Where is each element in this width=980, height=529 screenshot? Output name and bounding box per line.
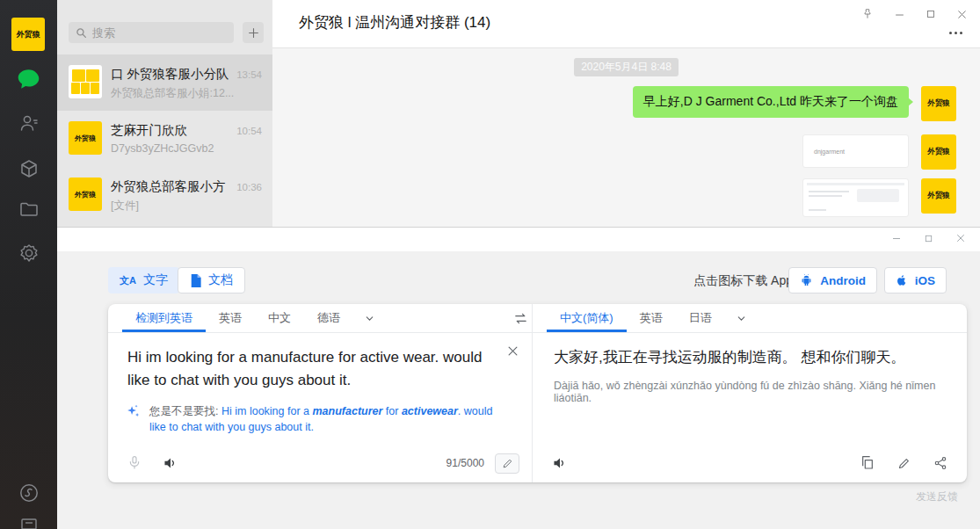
share-icon[interactable] [933, 456, 947, 470]
link-circle-icon [18, 482, 40, 504]
cube-icon [18, 158, 40, 179]
maximize-icon[interactable] [926, 9, 936, 19]
mode-text-label: 文字 [143, 272, 168, 288]
nav-chat-item[interactable] [0, 69, 57, 91]
nav-apps-item[interactable] [0, 243, 57, 264]
nav-products-item[interactable] [0, 158, 57, 179]
date-stamp: 2020年5月4日 8:48 [574, 58, 679, 76]
search-input[interactable] [92, 26, 227, 40]
android-label: Android [820, 274, 866, 287]
tab-chinese[interactable]: 中文 [255, 304, 304, 332]
chat-list-item-xiaofang[interactable]: 外贸狼 外贸狼总部客服小方 10:36 [文件] [57, 167, 272, 223]
swap-languages-icon[interactable] [513, 304, 528, 332]
message-row: 早上好,D J Garment Co.,Ltd 昨天来了一个询盘 外贸狼 [272, 86, 980, 121]
message-row: 外贸狼 [272, 178, 980, 217]
mode-doc-label: 文档 [208, 272, 233, 288]
plus-icon [248, 27, 259, 39]
suggestion-correction[interactable]: manufacturer [312, 405, 382, 417]
edit-translation-icon[interactable] [897, 457, 911, 470]
message-image-thumbnail[interactable] [802, 178, 909, 217]
chat-item-time: 10:54 [236, 126, 262, 136]
sender-avatar[interactable]: 外贸狼 [921, 134, 956, 170]
maximize-icon[interactable] [924, 234, 933, 243]
tab-detected-language[interactable]: 检测到英语 [122, 304, 206, 332]
sender-avatar[interactable]: 外贸狼 [921, 86, 956, 121]
ios-label: iOS [915, 274, 935, 287]
brand-avatar: 外贸狼 [69, 178, 102, 211]
suggestion-text: 您是不是要找: Hi im looking for a manufacturer… [149, 403, 511, 435]
search-box[interactable] [69, 22, 234, 43]
edit-button[interactable] [495, 453, 519, 474]
sender-avatar[interactable]: 外贸狼 [921, 178, 956, 214]
tab-chinese-simplified[interactable]: 中文(简体) [547, 304, 627, 332]
folder-icon [18, 199, 40, 219]
monitor-icon [21, 518, 37, 529]
chat-message-area: 2020年5月4日 8:48 早上好,D J Garment Co.,Ltd 昨… [272, 49, 980, 227]
source-text-input[interactable]: Hi im looking for a manufacture for acti… [127, 346, 495, 391]
suggestion-correction[interactable]: activewear [402, 405, 458, 417]
sparkle-icon [126, 403, 141, 435]
nav-link-item[interactable] [0, 482, 57, 504]
chat-more-button[interactable] [949, 32, 962, 34]
chevron-down-icon[interactable] [725, 304, 758, 332]
thumbnail-decoration [857, 189, 899, 202]
suggestion-part: Hi im looking for a [221, 405, 313, 417]
close-icon[interactable] [955, 233, 966, 243]
nav-contacts-item[interactable] [0, 112, 57, 134]
chat-item-time: 13:54 [236, 69, 262, 80]
tab-english[interactable]: 英语 [206, 304, 255, 332]
mode-document-button[interactable]: 文档 [178, 267, 245, 293]
thumbnail-decoration [809, 209, 826, 211]
clear-text-icon[interactable] [506, 344, 519, 358]
translator-window: 文A 文字 文档 点击图标下载 App Android iOS 检测到英语 英语… [57, 227, 980, 529]
tab-japanese[interactable]: 日语 [676, 304, 725, 332]
chat-title: 外贸狼 l 温州沟通对接群 (14) [299, 0, 490, 46]
window-controls [861, 8, 968, 20]
mode-text-button[interactable]: 文A 文字 [108, 267, 179, 293]
thumbnail-decoration [809, 191, 849, 192]
chevron-down-icon[interactable] [353, 304, 386, 332]
tab-german[interactable]: 德语 [304, 304, 353, 332]
close-icon[interactable] [956, 9, 968, 20]
chat-item-title: 口 外贸狼客服小分队 [111, 66, 231, 83]
source-toolbar: 91/5000 [108, 444, 532, 482]
avatar-label: 外贸狼 [75, 190, 96, 199]
chat-bubble-icon [17, 69, 40, 91]
message-image-thumbnail[interactable]: dnjgarment [802, 134, 909, 168]
contacts-icon [18, 112, 40, 134]
thumbnail-decoration [807, 183, 904, 185]
chat-item-preview: 外贸狼总部客服小娟:12... [111, 86, 262, 101]
nav-workbench-item[interactable] [0, 518, 57, 529]
avatar-label: 外贸狼 [927, 191, 950, 201]
brand-avatar: 外贸狼 [69, 121, 102, 155]
group-avatar [69, 65, 102, 98]
nav-files-item[interactable] [0, 199, 57, 219]
app-logo[interactable]: 外贸狼 [11, 18, 45, 51]
add-chat-button[interactable] [243, 22, 264, 43]
document-icon [190, 274, 201, 287]
chat-list-item-xinxin[interactable]: 外贸狼 芝麻开门欣欣 10:54 D7ysb3yZHcJGGvb2 [57, 111, 272, 167]
android-download-button[interactable]: Android [788, 267, 877, 293]
pinyin-transliteration: Dàjiā hǎo, wǒ zhèngzài xúnzhǎo yùndòng f… [554, 380, 940, 404]
listen-target-icon[interactable] [552, 456, 568, 470]
microphone-icon[interactable] [127, 455, 142, 471]
chat-list-item-kefu-team[interactable]: 口 外贸狼客服小分队 13:54 外贸狼总部客服小娟:12... [57, 54, 272, 111]
tab-english[interactable]: 英语 [627, 304, 676, 332]
minimize-icon[interactable] [894, 9, 905, 20]
flower-gear-icon [18, 243, 40, 264]
minimize-icon[interactable] [891, 233, 902, 243]
ios-download-button[interactable]: iOS [884, 267, 947, 293]
character-count: 91/5000 [446, 457, 484, 469]
copy-icon[interactable] [860, 455, 875, 471]
translator-window-controls [891, 233, 966, 243]
translated-text: 大家好,我正在寻找运动服的制造商。 想和你们聊天。 [554, 346, 940, 369]
thumbnail-caption: dnjgarment [814, 149, 845, 155]
chat-list-panel: 口 外贸狼客服小分队 13:54 外贸狼总部客服小娟:12... 外贸狼 芝麻开… [57, 0, 272, 227]
send-feedback-link[interactable]: 发送反馈 [916, 489, 958, 504]
app-logo-label: 外贸狼 [17, 29, 40, 40]
translate-icon: 文A [120, 274, 136, 287]
spellcheck-suggestion[interactable]: 您是不是要找: Hi im looking for a manufacturer… [126, 403, 511, 435]
listen-source-icon[interactable] [163, 456, 178, 470]
pin-icon[interactable] [861, 8, 874, 20]
message-bubble[interactable]: 早上好,D J Garment Co.,Ltd 昨天来了一个询盘 [633, 86, 909, 118]
